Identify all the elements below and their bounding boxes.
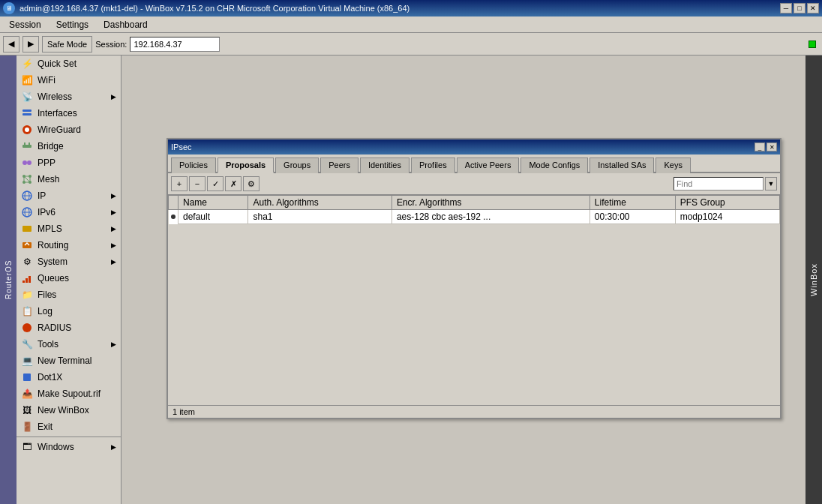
close-button[interactable]: ✕ [807,3,819,14]
proposals-table-container: Name Auth. Algorithms Encr. Algorithms L… [168,195,780,405]
remove-button[interactable]: − [189,176,206,191]
window-title: admin@192.168.4.37 (mkt1-del) - WinBox v… [20,4,410,13]
sidebar-item-wireless[interactable]: 📡 Wireless ▶ [16,88,121,105]
sidebar-item-new-terminal[interactable]: 💻 New Terminal [16,352,121,369]
sidebar-item-mesh[interactable]: Mesh [16,171,121,188]
tab-installed-sas[interactable]: Installed SAs [590,158,654,173]
sidebar-item-dot1x[interactable]: Dot1X [16,369,121,386]
sidebar-item-exit[interactable]: 🚪 Exit [16,418,121,435]
cell-name: default [178,210,248,224]
tab-active-peers[interactable]: Active Peers [457,158,520,173]
col-encr[interactable]: Encr. Algorithms [392,196,590,210]
cell-encr: aes-128 cbc aes-192 ... [392,210,590,224]
sidebar-item-bridge[interactable]: Bridge [16,138,121,154]
find-area: ▼ [674,177,777,190]
tools-icon: 🔧 [21,338,33,350]
cell-auth: sha1 [248,210,392,224]
sidebar-item-new-winbox[interactable]: 🖼 New WinBox [16,402,121,418]
system-arrow: ▶ [111,258,116,266]
ipsec-close-button[interactable]: ✕ [766,142,777,152]
bridge-icon [21,140,33,152]
status-bar: 1 item [168,405,780,418]
ipsec-window-title: IPsec [171,142,192,152]
svg-point-7 [22,160,27,165]
sidebar-item-interfaces[interactable]: Interfaces [16,105,121,122]
table-row[interactable]: default sha1 aes-128 cbc aes-192 ... 00:… [169,210,780,224]
sidebar-item-ipv6[interactable]: IPv6 ▶ [16,204,121,220]
mpls-arrow: ▶ [111,225,116,232]
svg-rect-24 [22,226,32,232]
window-controls: ─ □ ✕ [780,3,819,14]
filter-button[interactable]: ⚙ [243,176,260,191]
tab-mode-configs[interactable]: Mode Configs [520,158,588,173]
files-icon: 📁 [21,289,33,301]
find-input[interactable] [674,177,764,190]
svg-rect-28 [28,276,31,283]
add-button[interactable]: + [171,176,188,191]
forward-button[interactable]: ▶ [22,36,39,52]
wifi-icon: 📶 [21,74,33,86]
tab-keys[interactable]: Keys [656,158,690,173]
sidebar-item-log[interactable]: 📋 Log [16,303,121,320]
session-input[interactable] [130,37,220,52]
tab-peers[interactable]: Peers [320,158,358,173]
item-count: 1 item [172,407,195,416]
menu-settings[interactable]: Settings [50,18,94,32]
col-auth[interactable]: Auth. Algorithms [248,196,392,210]
find-dropdown[interactable]: ▼ [765,177,777,190]
queues-icon [21,272,33,284]
cell-lifetime: 00:30:00 [590,210,675,224]
routing-arrow: ▶ [111,242,116,249]
ip-icon [21,190,33,202]
wireguard-icon [21,124,33,136]
sidebar-item-tools[interactable]: 🔧 Tools ▶ [16,336,121,352]
interfaces-icon [21,107,33,119]
col-marker [169,196,178,210]
tools-arrow: ▶ [111,340,116,348]
svg-rect-26 [22,280,25,283]
minimize-button[interactable]: ─ [780,3,792,14]
ipsec-minimize-button[interactable]: _ [754,142,765,152]
tab-policies[interactable]: Policies [171,158,216,173]
sidebar-item-ip[interactable]: IP ▶ [16,188,121,204]
tab-profiles[interactable]: Profiles [411,158,455,173]
tab-groups[interactable]: Groups [275,158,319,173]
mesh-icon [21,173,33,185]
log-icon: 📋 [21,305,33,317]
sidebar-item-files[interactable]: 📁 Files [16,286,121,303]
sidebar-item-system[interactable]: ⚙ System ▶ [16,254,121,270]
edit-button[interactable]: ✓ [207,176,224,191]
sidebar-item-routing[interactable]: Routing ▶ [16,237,121,254]
sidebar-item-ppp[interactable]: PPP [16,154,121,171]
col-pfs[interactable]: PFS Group [675,196,779,210]
menu-dashboard[interactable]: Dashboard [98,18,154,32]
tab-proposals[interactable]: Proposals [218,158,274,173]
ipsec-toolbar: + − ✓ ✗ ⚙ ▼ [168,173,780,195]
menu-session[interactable]: Session [3,18,47,32]
sidebar-item-make-supout[interactable]: 📤 Make Supout.rif [16,386,121,402]
routing-icon [21,239,33,251]
mpls-icon [21,223,33,235]
cancel-button[interactable]: ✗ [225,176,242,191]
connection-status-dot [808,40,816,48]
sidebar-item-radius[interactable]: RADIUS [16,320,121,336]
tab-identities[interactable]: Identities [360,158,410,173]
winbox-icon: 🖼 [21,404,33,416]
sidebar-item-wireguard[interactable]: WireGuard [16,122,121,138]
sidebar-item-mpls[interactable]: MPLS ▶ [16,220,121,237]
sidebar-item-windows[interactable]: 🗔 Windows ▶ [16,439,121,455]
svg-rect-5 [24,142,26,146]
col-lifetime[interactable]: Lifetime [590,196,675,210]
ppp-icon [21,157,33,169]
col-name[interactable]: Name [178,196,248,210]
sidebar-item-quickset[interactable]: ⚡ Quick Set [16,56,121,72]
sidebar-item-wifi[interactable]: 📶 WiFi [16,72,121,88]
windows-arrow: ▶ [111,443,116,451]
svg-point-29 [22,323,32,332]
safemode-button[interactable]: Safe Mode [42,36,92,52]
title-bar: 🖥 admin@192.168.4.37 (mkt1-del) - WinBox… [0,0,822,16]
maximize-button[interactable]: □ [794,3,806,14]
sidebar-item-queues[interactable]: Queues [16,270,121,286]
radius-icon [21,322,33,334]
back-button[interactable]: ◀ [3,36,20,52]
